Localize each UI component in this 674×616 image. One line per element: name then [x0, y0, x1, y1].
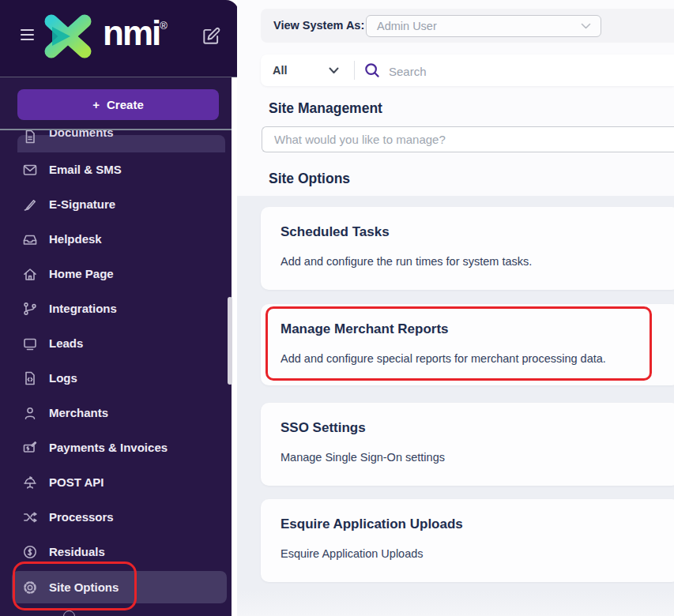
site-options-heading: Site Options	[269, 171, 350, 187]
sidebar-item-label: Integrations	[49, 293, 117, 325]
registered-trademark: ®	[160, 20, 168, 32]
sidebar-item-label: Email & SMS	[49, 154, 122, 186]
leads-monitor-icon	[22, 336, 38, 351]
sidebar-item-label: Payments & Invoices	[49, 432, 168, 464]
card-description: Esquire Application Uploads	[281, 547, 424, 560]
sidebar-item-label: POST API	[49, 467, 104, 498]
sidebar-item-label: Merchants	[49, 397, 108, 429]
sidebar-item-label: Helpdesk	[49, 223, 102, 255]
post-api-icon	[22, 475, 38, 490]
card-title: Scheduled Tasks	[281, 224, 390, 240]
card-description: Manage Single Sign-On settings	[281, 451, 445, 464]
create-button[interactable]: + Create	[17, 89, 219, 120]
sidebar-item-residuals[interactable]: Residuals	[0, 536, 232, 568]
sidebar-item-label: Site Options	[49, 571, 119, 603]
sidebar-item-logs[interactable]: Logs	[0, 362, 232, 394]
payments-invoice-icon	[22, 440, 38, 456]
edit-compose-icon[interactable]	[201, 26, 221, 47]
chevron-down-icon[interactable]	[329, 67, 339, 74]
search-divider	[354, 61, 355, 80]
merchants-person-icon	[22, 405, 38, 421]
sidebar-item-post-api[interactable]: POST API	[0, 467, 232, 498]
home-icon	[22, 266, 38, 282]
sidebar-item-leads[interactable]: Leads	[0, 328, 232, 359]
create-button-label: Create	[107, 98, 144, 111]
residuals-dollar-icon	[22, 544, 38, 560]
signature-pen-icon	[22, 197, 38, 212]
sidebar-gutter	[232, 77, 237, 616]
logs-file-code-icon	[22, 370, 38, 386]
sidebar-item-merchants[interactable]: Merchants	[0, 397, 232, 429]
sidebar-item-e-signature[interactable]: E-Signature	[0, 189, 232, 220]
chevron-down-icon	[581, 23, 591, 29]
manage-search-input[interactable]	[262, 126, 674, 152]
sidebar-item-label: Residuals	[49, 536, 105, 568]
card-description: Add and configure special reports for me…	[281, 352, 606, 365]
sidebar-scrollbar[interactable]	[228, 297, 232, 385]
sidebar-item-label: Processors	[49, 501, 114, 533]
sidebar-item-documents[interactable]: Documents	[0, 130, 232, 152]
document-icon	[22, 130, 38, 145]
main-content: View System As: Admin User All Site Mana…	[237, 0, 674, 616]
card-title: Manage Merchant Reports	[281, 321, 449, 337]
sidebar-item-helpdesk[interactable]: Helpdesk	[0, 223, 232, 255]
sidebar-item-payments-invoices[interactable]: Payments & Invoices	[0, 432, 232, 464]
integrations-branch-icon	[22, 301, 38, 317]
search-icon	[364, 62, 380, 78]
plus-icon: +	[92, 98, 100, 111]
sidebar-header: nmi®	[0, 0, 239, 77]
card-title: Esquire Application Uploads	[281, 516, 463, 532]
card-description: Add and configure the run times for syst…	[281, 255, 532, 268]
card-manage-merchant-reports[interactable]: Manage Merchant Reports Add and configur…	[261, 304, 674, 385]
sidebar-item-email-sms[interactable]: Email & SMS	[0, 154, 232, 186]
sidebar-item-label: E-Signature	[49, 189, 115, 220]
sidebar-item-integrations[interactable]: Integrations	[0, 293, 232, 325]
sidebar-item-label: Leads	[49, 328, 83, 359]
card-title: SSO Settings	[281, 420, 366, 436]
view-system-as-value: Admin User	[377, 16, 437, 36]
view-system-as-dropdown[interactable]: Admin User	[366, 15, 601, 37]
sidebar-item-label: Logs	[49, 362, 77, 394]
helpdesk-inbox-icon	[22, 231, 38, 247]
sidebar-item-processors[interactable]: Processors	[0, 501, 232, 533]
nmi-logo-mark-icon	[38, 11, 98, 62]
processors-shuffle-icon	[22, 509, 38, 525]
site-management-heading: Site Management	[269, 100, 382, 117]
hamburger-menu-icon[interactable]	[21, 29, 35, 42]
card-esquire-application-uploads[interactable]: Esquire Application Uploads Esquire Appl…	[261, 499, 674, 582]
search-scope-dropdown[interactable]: All	[273, 54, 288, 86]
sidebar-item-label: Home Page	[49, 258, 114, 290]
global-search-bar: All	[261, 54, 674, 86]
view-system-as-bar: View System As: Admin User	[261, 9, 674, 43]
sidebar-item-site-options[interactable]: Site Options	[0, 571, 232, 603]
gear-icon	[22, 580, 38, 595]
sidebar-item-label: Documents	[49, 130, 114, 141]
search-input[interactable]	[387, 54, 651, 88]
card-sso-settings[interactable]: SSO Settings Manage Single Sign-On setti…	[261, 403, 674, 486]
email-icon	[22, 162, 38, 178]
sidebar-item-home-page[interactable]: Home Page	[0, 258, 232, 290]
nmi-wordmark: nmi®	[103, 16, 168, 51]
view-system-as-label: View System As:	[273, 9, 364, 43]
card-scheduled-tasks[interactable]: Scheduled Tasks Add and configure the ru…	[261, 207, 674, 290]
